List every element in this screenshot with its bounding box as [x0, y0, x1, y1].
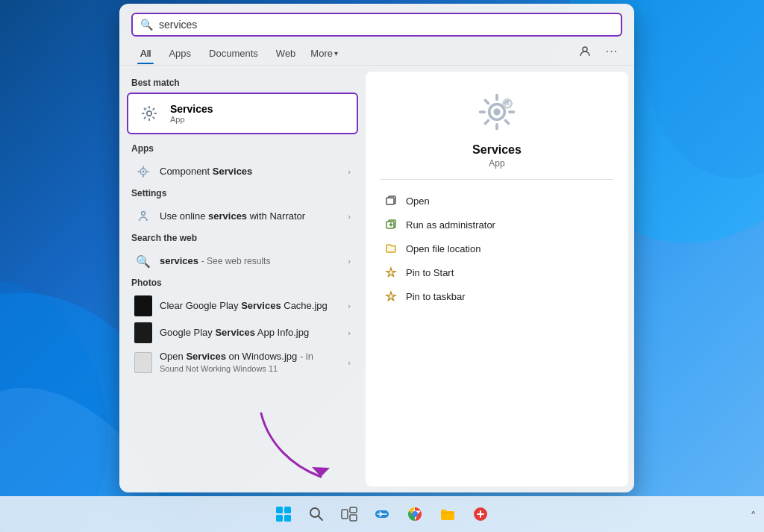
open-icon: [383, 193, 398, 208]
task-view-icon: [341, 506, 357, 522]
list-item-photo-1[interactable]: Clear Google Play Services Cache.jpg ›: [122, 292, 363, 319]
svg-rect-17: [276, 507, 283, 513]
tab-all[interactable]: All: [131, 43, 160, 63]
search-content: Best match Services App Apps: [119, 66, 634, 492]
svg-point-6: [147, 111, 151, 116]
widgets-button[interactable]: [367, 499, 397, 529]
search-button[interactable]: [301, 499, 331, 529]
task-view-button[interactable]: [334, 499, 364, 529]
detail-panel: Services App Open Run as administrator: [366, 72, 628, 486]
taskbar: ^: [0, 496, 764, 532]
best-match-name: Services: [170, 103, 213, 115]
search-bar-container: 🔍: [119, 4, 634, 37]
chevron-right-icon-4: ›: [348, 301, 351, 310]
photo-thumb-2: [134, 324, 152, 342]
list-item-photo-3[interactable]: Open Services on Windows.jpg - in Sound …: [122, 346, 363, 378]
tab-apps[interactable]: Apps: [160, 43, 200, 63]
person-icon: [579, 46, 591, 57]
detail-action-pin-taskbar[interactable]: Pin to taskbar: [381, 284, 613, 308]
widgets-icon: [374, 506, 390, 522]
detail-action-open[interactable]: Open: [381, 189, 613, 213]
results-panel: Best match Services App Apps: [119, 66, 366, 492]
settings-icon: [136, 209, 151, 224]
person-icon-btn[interactable]: [574, 41, 595, 62]
search-panel: 🔍 All Apps Documents Web More ▾ ···: [119, 4, 634, 492]
gear-icon-small: [141, 105, 157, 122]
detail-app-type: App: [381, 158, 613, 169]
component-icon: [136, 164, 151, 179]
list-item-web-search[interactable]: 🔍 services - See web results ›: [122, 248, 363, 275]
pin-taskbar-icon: [383, 289, 398, 304]
tab-documents[interactable]: Documents: [200, 43, 267, 63]
file-explorer-icon: [439, 506, 456, 522]
best-match-item[interactable]: Services App: [127, 93, 358, 134]
file-location-label: Open file location: [406, 243, 480, 254]
web-section-label: Search the web: [119, 230, 366, 248]
tabs-right: ···: [574, 41, 622, 65]
svg-rect-14: [386, 198, 394, 204]
tab-more[interactable]: More ▾: [304, 43, 344, 63]
detail-action-run-admin[interactable]: Run as administrator: [381, 213, 613, 237]
chrome-icon: [407, 506, 423, 522]
more-label: More: [310, 48, 333, 59]
start-button[interactable]: [269, 499, 298, 529]
list-item-photo-2[interactable]: Google Play Services App Info.jpg ›: [122, 319, 363, 346]
web-search-icon: 🔍: [134, 252, 152, 270]
list-item-text-component-services: Component Services: [160, 166, 340, 178]
system-tray: ^: [748, 496, 764, 532]
svg-point-13: [506, 101, 510, 105]
detail-app-name: Services: [381, 143, 613, 157]
svg-rect-19: [276, 515, 283, 522]
detail-services-gear-icon: [475, 90, 519, 134]
explorer-button[interactable]: [433, 499, 463, 529]
search-icon: 🔍: [140, 19, 153, 31]
pin-start-label: Pin to Start: [406, 267, 454, 278]
detail-divider: [381, 179, 613, 180]
detail-action-pin-start[interactable]: Pin to Start: [381, 260, 613, 284]
narrator-icon: [134, 207, 152, 225]
tray-expand-chevron[interactable]: ^: [748, 506, 758, 523]
more-options-btn[interactable]: ···: [601, 41, 622, 62]
run-admin-icon: [383, 217, 398, 232]
chrome-button[interactable]: [400, 499, 430, 529]
svg-rect-23: [350, 507, 357, 513]
settings-section-label: Settings: [119, 185, 366, 203]
svg-point-5: [583, 47, 587, 51]
svg-rect-18: [284, 507, 291, 513]
tabs-left: All Apps Documents Web More ▾: [131, 43, 344, 63]
photo-thumb-3: [134, 354, 152, 372]
ellipsis-icon: ···: [606, 45, 618, 58]
chevron-right-icon-2: ›: [348, 212, 351, 221]
svg-rect-22: [342, 510, 348, 519]
search-tabs: All Apps Documents Web More ▾ ···: [119, 37, 634, 66]
list-item-text-photo-3: Open Services on Windows.jpg - in Sound …: [160, 351, 340, 374]
settings-button[interactable]: [466, 499, 495, 529]
photo-thumb-1: [134, 297, 152, 315]
taskbar-icons: [269, 499, 495, 529]
best-match-label: Best match: [119, 75, 366, 93]
search-input[interactable]: [159, 19, 613, 31]
svg-point-8: [143, 171, 145, 173]
list-item-text-photo-2: Google Play Services App Info.jpg: [160, 327, 340, 339]
windows-logo-icon: [275, 506, 292, 522]
open-label: Open: [406, 195, 430, 207]
list-item-text-photo-1: Clear Google Play Services Cache.jpg: [160, 300, 340, 313]
list-item-narrator[interactable]: Use online services with Narrator ›: [122, 203, 363, 230]
detail-action-file-location[interactable]: Open file location: [381, 237, 613, 260]
chevron-right-icon-6: ›: [348, 358, 351, 367]
svg-point-11: [493, 108, 500, 115]
chevron-right-icon-3: ›: [348, 257, 351, 266]
list-item-text-narrator: Use online services with Narrator: [160, 210, 340, 223]
pin-taskbar-label: Pin to taskbar: [406, 291, 466, 302]
best-match-text: Services App: [170, 103, 213, 124]
run-admin-label: Run as administrator: [406, 219, 495, 231]
list-item-component-services[interactable]: Component Services ›: [122, 158, 363, 185]
search-bar: 🔍: [131, 13, 622, 37]
svg-rect-20: [284, 515, 291, 522]
tab-web[interactable]: Web: [267, 43, 305, 63]
list-item-text-web: services - See web results: [160, 255, 340, 268]
photos-section-label: Photos: [119, 275, 366, 292]
chevron-right-icon-5: ›: [348, 328, 351, 337]
component-services-icon: [134, 163, 152, 181]
svg-rect-24: [350, 515, 357, 521]
